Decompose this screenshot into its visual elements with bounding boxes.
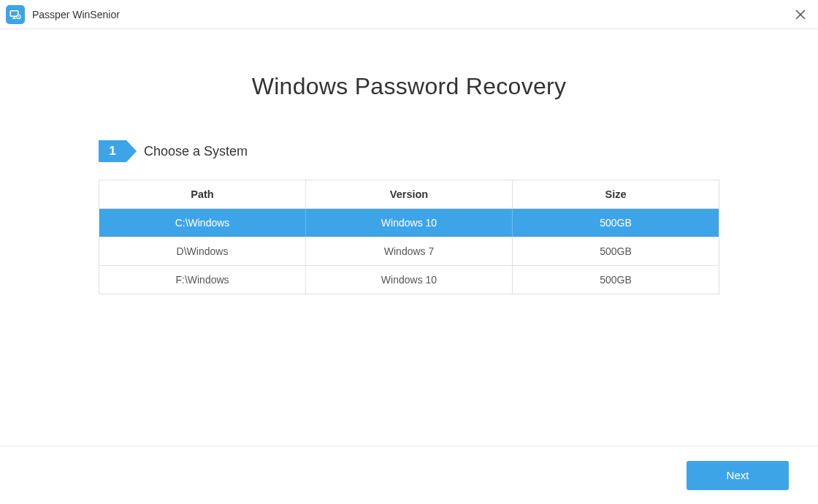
table-header: Path Version Size <box>99 180 719 209</box>
step-label: Choose a System <box>144 144 248 159</box>
main-content: Windows Password Recovery 1 Choose a Sys… <box>0 29 818 294</box>
close-icon <box>795 9 806 20</box>
cell-size: 500GB <box>513 209 719 237</box>
cell-version: Windows 10 <box>306 209 513 237</box>
system-table: Path Version Size C:\Windows Windows 10 … <box>99 180 719 294</box>
column-header-version: Version <box>306 180 513 208</box>
app-title: Passper WinSenior <box>32 9 120 20</box>
cell-path: F:\Windows <box>99 266 306 294</box>
cell-size: 500GB <box>513 237 719 265</box>
close-button[interactable] <box>792 6 809 23</box>
table-row[interactable]: C:\Windows Windows 10 500GB <box>99 209 719 237</box>
cell-size: 500GB <box>513 266 719 294</box>
step-indicator: 1 Choose a System <box>99 140 719 162</box>
page-title: Windows Password Recovery <box>0 73 818 100</box>
column-header-path: Path <box>99 180 306 208</box>
cell-path: D\Windows <box>99 237 306 265</box>
cell-version: Windows 7 <box>306 237 513 265</box>
cell-version: Windows 10 <box>306 266 513 294</box>
table-row[interactable]: F:\Windows Windows 10 500GB <box>99 266 719 294</box>
step-number-badge: 1 <box>99 140 126 162</box>
next-button[interactable]: Next <box>687 461 789 490</box>
table-row[interactable]: D\Windows Windows 7 500GB <box>99 237 719 266</box>
titlebar: Passper WinSenior <box>0 0 818 29</box>
app-icon <box>6 5 25 24</box>
cell-path: C:\Windows <box>99 209 306 237</box>
column-header-size: Size <box>513 180 719 208</box>
footer: Next <box>0 446 818 504</box>
